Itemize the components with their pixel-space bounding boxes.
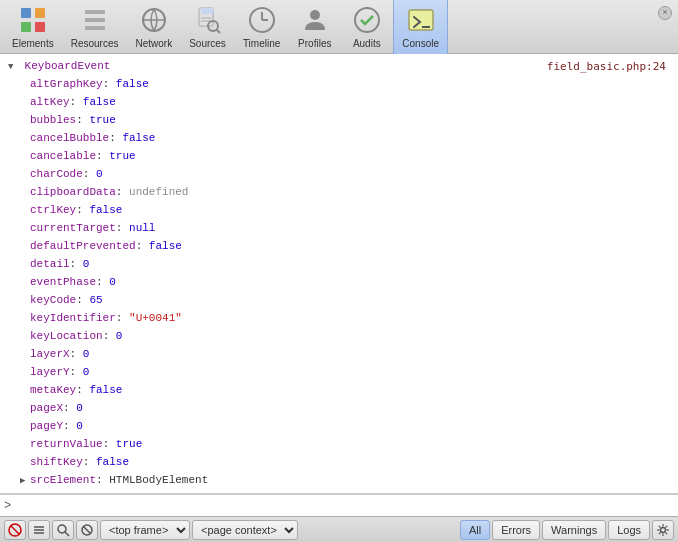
svg-point-27 [58,525,66,533]
close-button[interactable]: × [658,6,672,20]
tree-property-row[interactable]: altGraphKey: false [0,76,678,94]
main-content: ▼ KeyboardEvent field_basic.php:24 altGr… [0,54,678,516]
filter-logs-button[interactable]: Logs [608,520,650,540]
tab-timeline[interactable]: Timeline [235,0,289,54]
filter-errors-button[interactable]: Errors [492,520,540,540]
tree-property-row[interactable]: metaKey: false [0,382,678,400]
tree-property-row[interactable]: cancelBubble: false [0,130,678,148]
svg-rect-4 [85,10,105,14]
prop-value: 0 [76,420,83,432]
prop-key: clipboardData [30,186,116,198]
prop-value: false [89,204,122,216]
prop-value: false [116,78,149,90]
prop-value: 0 [96,168,103,180]
tree-property-row[interactable]: keyIdentifier: "U+0041" [0,310,678,328]
tab-sources[interactable]: Sources [181,0,235,54]
svg-point-19 [355,8,379,32]
svg-rect-5 [85,18,105,22]
prop-key: currentTarget [30,222,116,234]
svg-point-18 [310,10,320,20]
prop-value: 0 [116,330,123,342]
tree-property-row[interactable]: pageY: 0 [0,418,678,436]
console-output[interactable]: ▼ KeyboardEvent field_basic.php:24 altGr… [0,54,678,494]
svg-rect-3 [35,22,45,32]
prop-value: 0 [83,348,90,360]
tree-property-row[interactable]: keyCode: 65 [0,292,678,310]
prop-value: false [96,456,129,468]
tree-property-row[interactable]: charCode: 0 [0,166,678,184]
prop-value: HTMLBodyElement [109,474,208,486]
context-selector[interactable]: <page context> [192,520,298,540]
prop-value: false [89,384,122,396]
prop-key: eventPhase [30,276,96,288]
tree-property-row[interactable]: bubbles: true [0,112,678,130]
svg-line-39 [659,532,661,534]
prop-value: 0 [76,402,83,414]
tree-property-row[interactable]: returnValue: true [0,436,678,454]
tree-property-row[interactable]: shiftKey: false [0,454,678,472]
prop-value: true [109,150,135,162]
filter-all-button[interactable]: All [460,520,490,540]
tree-property-row[interactable]: altKey: false [0,94,678,112]
tab-network-label: Network [136,38,173,49]
tree-property-row[interactable]: ▶srcElement: HTMLBodyElement [0,472,678,490]
svg-line-23 [11,526,19,534]
console-input[interactable] [15,499,674,512]
tree-property-row[interactable]: clipboardData: undefined [0,184,678,202]
prop-key: defaultPrevented [30,240,136,252]
prop-key: returnValue [30,438,103,450]
tree-property-row[interactable]: layerY: 0 [0,364,678,382]
tab-sources-label: Sources [189,38,226,49]
tree-property-row[interactable]: defaultPrevented: false [0,238,678,256]
prop-key: keyCode [30,294,76,306]
frame-selector[interactable]: <top frame> [100,520,190,540]
prop-value: 65 [89,294,102,306]
tab-audits[interactable]: Audits [341,0,393,54]
prop-key: altGraphKey [30,78,103,90]
tab-console[interactable]: Console [393,0,448,54]
svg-rect-6 [85,26,105,30]
prop-value: true [116,438,142,450]
prop-key: charCode [30,168,83,180]
settings-button[interactable] [652,520,674,540]
prop-key: layerY [30,366,70,378]
prop-value: false [149,240,182,252]
list-view-button[interactable] [28,520,50,540]
block-button[interactable] [76,520,98,540]
prop-value: false [83,96,116,108]
tree-property-row[interactable]: layerX: 0 [0,346,678,364]
tree-root-row[interactable]: ▼ KeyboardEvent field_basic.php:24 [0,58,678,76]
console-prompt: > [4,499,11,513]
tree-property-row[interactable]: cancelable: true [0,148,678,166]
clear-console-button[interactable] [4,520,26,540]
tree-properties: altGraphKey: false altKey: false bubbles… [0,76,678,494]
tab-elements-label: Elements [12,38,54,49]
filter-warnings-button[interactable]: Warnings [542,520,606,540]
tree-property-row[interactable]: currentTarget: null [0,220,678,238]
tab-profiles[interactable]: Profiles [289,0,341,54]
tree-property-row[interactable]: detail: 0 [0,256,678,274]
file-link[interactable]: field_basic.php:24 [547,58,666,75]
svg-point-31 [661,527,666,532]
expand-toggle[interactable]: ▶ [20,473,30,490]
prop-value: undefined [129,186,188,198]
root-toggle[interactable]: ▼ [8,59,18,76]
prop-value: 0 [109,276,116,288]
tree-property-row[interactable]: ctrlKey: false [0,202,678,220]
tree-property-row[interactable]: pageX: 0 [0,400,678,418]
prop-key: keyIdentifier [30,312,116,324]
svg-line-28 [65,532,69,536]
tab-network[interactable]: Network [128,0,182,54]
tab-timeline-label: Timeline [243,38,280,49]
tab-elements[interactable]: Elements [4,0,63,54]
search-button[interactable] [52,520,74,540]
svg-line-36 [659,525,661,527]
tab-resources[interactable]: Resources [63,0,128,54]
prop-key: metaKey [30,384,76,396]
svg-rect-1 [35,8,45,18]
prop-value: true [89,114,115,126]
prop-value: false [122,132,155,144]
tree-property-row[interactable]: keyLocation: 0 [0,328,678,346]
tab-resources-label: Resources [71,38,119,49]
tree-property-row[interactable]: eventPhase: 0 [0,274,678,292]
